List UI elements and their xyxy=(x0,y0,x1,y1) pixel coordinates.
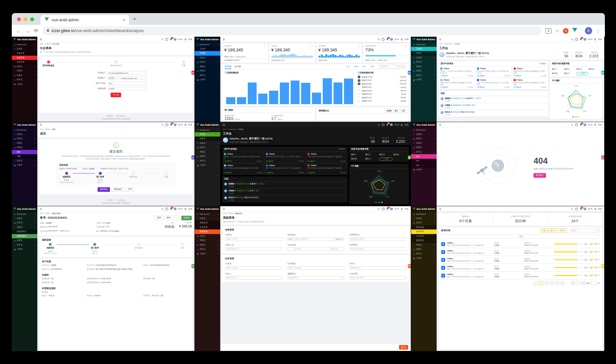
sidebar-item-结果页[interactable]: ◈结果页▾ xyxy=(411,69,437,73)
feed-link[interactable]: 留言 xyxy=(256,190,259,191)
browser-tab[interactable]: vue-antd-admin × xyxy=(41,15,129,25)
language-globe-icon[interactable] xyxy=(594,38,596,41)
sidebar-item-403[interactable]: 403 xyxy=(411,159,437,163)
menu-fold-icon[interactable]: ☰ xyxy=(223,208,225,210)
select-仓库类型[interactable]: 请选择仓库类型∨ xyxy=(349,247,406,251)
segment-线上[interactable]: 线上 xyxy=(393,109,400,113)
time-提醒时间[interactable]: 请选择时间 xyxy=(287,276,344,280)
notification-bell-icon[interactable]: 12 xyxy=(580,124,582,126)
sidebar-item-分步表单[interactable]: 分步表单 xyxy=(195,225,220,230)
sidebar-item-列表页[interactable]: ▤列表页▾ xyxy=(12,136,37,141)
sidebar-item-Dashboard[interactable]: ◎Dashboard▾ xyxy=(12,128,37,132)
user-avatar[interactable] xyxy=(584,123,586,126)
sidebar-item-结果页[interactable]: ◈结果页▾ xyxy=(195,69,220,73)
footer-link[interactable]: Ant Design xyxy=(116,115,125,117)
more-link[interactable]: 更多 ▾ xyxy=(595,259,600,261)
sidebar-item-分析页[interactable]: 分析页 xyxy=(195,136,220,141)
breadcrumb-item[interactable]: 首页 xyxy=(40,212,44,214)
footer-link[interactable]: Pro首页 xyxy=(107,199,113,201)
op-操作六[interactable]: 操作六 xyxy=(365,157,379,161)
range-本月[interactable]: 本月 xyxy=(362,65,366,68)
project-cell[interactable]: Alipay那时候我只会想自己想要什么,从不想自己拥有什么科学搬砖组9小时前 xyxy=(264,152,306,163)
sidebar-item-Dashboard[interactable]: ◎Dashboard▴ xyxy=(411,42,437,47)
page-nav[interactable]: › xyxy=(576,281,581,285)
feed-user[interactable]: 林东东 xyxy=(445,111,450,113)
project-group-link[interactable]: 科学搬砖组 xyxy=(224,172,232,173)
select-责任人[interactable]: 请选择责任人∨ xyxy=(225,276,282,280)
language-label[interactable]: 简体 xyxy=(188,123,192,126)
sidebar-item-详情页[interactable]: ○详情页▴ xyxy=(12,225,37,230)
menu-fold-icon[interactable]: ☰ xyxy=(439,123,441,126)
language-label[interactable]: 简体 xyxy=(598,208,602,210)
language-label[interactable]: 简体 xyxy=(188,38,192,41)
sidebar-item-基础表单[interactable]: 基础表单 xyxy=(195,221,220,225)
project-cell[interactable]: Alipay那是一种内在的东西,他们到达不了,也无法触及的科学搬砖组9小时前 xyxy=(475,78,512,89)
next-step-button[interactable]: 下一步 xyxy=(111,93,121,97)
range-本年[interactable]: 本年 xyxy=(371,65,374,68)
tab-close-icon[interactable]: × xyxy=(122,18,125,23)
project-cell[interactable]: Alipay城镇中有那么多的酒馆,她却偏偏走进了我的酒馆科学搬砖组9小时前 xyxy=(306,152,348,163)
sidebar-item-表单页[interactable]: ✎表单页▾ xyxy=(195,141,220,146)
help-icon[interactable]: ? xyxy=(382,123,385,126)
user-avatar[interactable] xyxy=(390,123,393,126)
sidebar-item-Dashboard[interactable]: ◎Dashboard▾ xyxy=(12,212,37,216)
input-仓库名[interactable]: 请输入仓库名 xyxy=(225,237,282,241)
help-icon[interactable]: ? xyxy=(575,123,578,126)
user-avatar[interactable] xyxy=(584,38,586,41)
breadcrumb-item[interactable]: Dashboard xyxy=(228,128,237,130)
notification-bell-icon[interactable]: 12 xyxy=(170,38,172,41)
page-5[interactable]: 5 xyxy=(560,281,565,285)
search-icon[interactable] xyxy=(571,38,573,41)
sidebar-item-详情页[interactable]: ○详情页▾ xyxy=(195,150,220,155)
help-icon[interactable]: ? xyxy=(382,38,385,41)
search-icon[interactable] xyxy=(161,208,164,210)
page-nav[interactable]: ‹ xyxy=(534,281,538,285)
sidebar-item-小组件[interactable]: ▦小组件▾ xyxy=(12,247,37,252)
user-avatar[interactable] xyxy=(174,123,176,126)
search-icon[interactable] xyxy=(378,124,380,126)
op-操作三[interactable]: 操作三 xyxy=(576,68,588,71)
project-group-link[interactable]: 科学搬砖组 xyxy=(477,75,485,77)
theme-settings-gear-icon[interactable] xyxy=(408,155,411,159)
segment-门店[interactable]: 门店 xyxy=(400,109,407,113)
sidebar-item-小组件[interactable]: ▦小组件▾ xyxy=(195,163,220,168)
sidebar-item-表单页[interactable]: ✎表单页▾ xyxy=(411,56,437,60)
project-cell[interactable]: Alipay城镇中有那么多的酒馆,她却偏偏走进了我的酒馆科学搬砖组9小时前 xyxy=(512,66,549,78)
sidebar-item-404[interactable]: 404 xyxy=(411,154,437,159)
list-search-input[interactable]: 请输入 xyxy=(570,229,600,232)
sidebar-item-Dashboard[interactable]: ◎Dashboard▾ xyxy=(411,212,437,216)
sidebar-item-异常页[interactable]: △异常页▾ xyxy=(411,252,437,256)
sidebar-item-基础表单[interactable]: 基础表单 xyxy=(12,51,37,56)
sidebar-item-分步表单[interactable]: 分步表单 xyxy=(12,56,37,60)
add-item-button[interactable]: + 添加 xyxy=(441,234,600,239)
project-cell[interactable]: Alipay城镇中有那么多的酒馆,她却偏偏走进了我的酒馆科学搬砖组9小时前 xyxy=(512,78,549,89)
sidebar-item-表单页[interactable]: ✎表单页▾ xyxy=(12,132,37,137)
search-icon[interactable] xyxy=(378,208,380,210)
op-操作三[interactable]: 操作三 xyxy=(379,153,393,156)
feed-link[interactable]: 八月迭代 xyxy=(474,97,481,99)
project-group-link[interactable]: 科学搬砖组 xyxy=(514,75,521,77)
breadcrumb-item[interactable]: 表单页 xyxy=(45,43,51,45)
tab-访问量[interactable]: 访问量 xyxy=(235,64,241,69)
item-title[interactable]: AliPay xyxy=(447,273,492,275)
sidebar-item-小组件[interactable]: ▦小组件▾ xyxy=(195,78,220,82)
primary-action-button[interactable]: 主操作 xyxy=(181,216,192,220)
zoom-window-button[interactable] xyxy=(30,17,34,21)
breadcrumb-item[interactable]: Dashboard xyxy=(444,43,453,45)
theme-settings-gear-icon[interactable] xyxy=(408,71,411,75)
help-icon[interactable]: ? xyxy=(165,208,168,210)
profile-avatar[interactable]: h xyxy=(585,27,592,34)
sidebar-item-列表页[interactable]: ▤列表页▾ xyxy=(411,136,437,141)
notification-bell-icon[interactable]: 12 xyxy=(170,124,172,126)
sidebar-item-表单页[interactable]: ✎表单页▾ xyxy=(195,56,220,60)
menu-fold-icon[interactable]: ☰ xyxy=(223,38,225,41)
reload-icon[interactable]: ⟳ xyxy=(34,28,38,34)
op-操作四[interactable]: 操作四 xyxy=(393,153,407,156)
language-label[interactable]: 简体 xyxy=(405,123,408,126)
sidebar-item-成功[interactable]: 成功 xyxy=(12,150,37,155)
theme-settings-gear-icon[interactable] xyxy=(601,264,604,268)
language-globe-icon[interactable] xyxy=(401,208,403,210)
page-1[interactable]: 1 xyxy=(539,281,543,285)
sidebar-item-表单页[interactable]: ✎表单页▴ xyxy=(12,47,37,51)
sidebar-item-详情页[interactable]: ○详情页▾ xyxy=(411,141,437,146)
